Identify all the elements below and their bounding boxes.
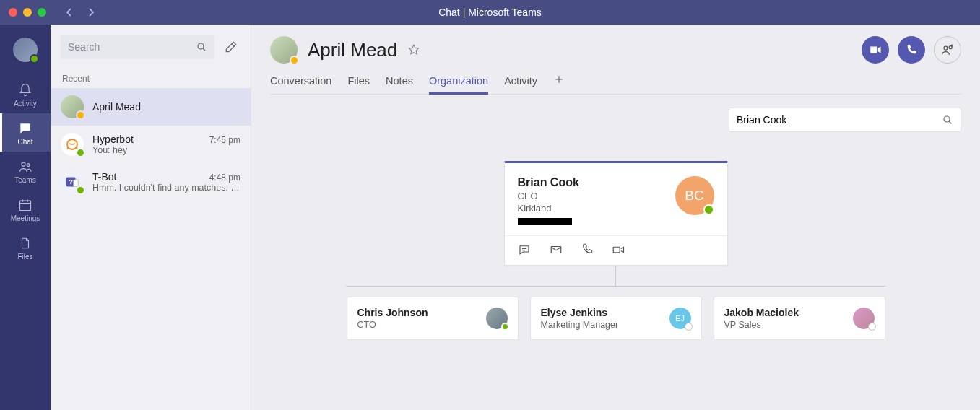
me-avatar[interactable] bbox=[13, 38, 38, 62]
rail-activity-label: Activity bbox=[14, 100, 37, 108]
redacted-field bbox=[518, 218, 572, 225]
chat-search-input[interactable] bbox=[68, 41, 196, 53]
chat-title: April Mead bbox=[308, 39, 397, 61]
rail-teams-label: Teams bbox=[14, 176, 35, 184]
avatar: ? bbox=[61, 170, 84, 193]
manager-avatar: BC bbox=[675, 176, 714, 215]
org-connector bbox=[615, 266, 616, 286]
svg-point-10 bbox=[944, 116, 950, 122]
avatar: EJ bbox=[669, 308, 691, 329]
avatar-initials: EJ bbox=[675, 314, 685, 323]
manager-initials: BC bbox=[685, 188, 703, 204]
report-card-jakob-maciolek[interactable]: Jakob Maciolek VP Sales bbox=[714, 297, 885, 340]
avatar bbox=[486, 308, 508, 329]
titlebar: Chat | Microsoft Teams bbox=[0, 0, 980, 25]
chat-header-avatar bbox=[270, 36, 298, 64]
rail-meetings[interactable]: Meetings bbox=[0, 190, 51, 228]
org-search[interactable] bbox=[729, 108, 961, 132]
presence-offline-icon bbox=[685, 323, 693, 331]
tab-notes[interactable]: Notes bbox=[386, 71, 413, 94]
favorite-button[interactable] bbox=[407, 43, 420, 56]
org-search-input[interactable] bbox=[737, 114, 942, 126]
search-icon bbox=[196, 41, 207, 53]
tab-organization[interactable]: Organization bbox=[429, 71, 488, 94]
rail-files[interactable]: Files bbox=[0, 228, 51, 266]
svg-rect-12 bbox=[613, 247, 620, 253]
chat-item-time: 7:45 pm bbox=[209, 135, 240, 145]
rail-files-label: Files bbox=[17, 253, 32, 261]
svg-text:?: ? bbox=[69, 178, 73, 186]
chat-item-name: April Mead bbox=[92, 101, 141, 113]
svg-point-0 bbox=[22, 162, 25, 166]
manager-role: CEO bbox=[518, 191, 579, 201]
report-name: Elyse Jenkins bbox=[541, 307, 619, 318]
avatar bbox=[61, 95, 84, 118]
window-title: Chat | Microsoft Teams bbox=[438, 6, 542, 18]
svg-point-1 bbox=[27, 164, 30, 167]
chat-icon bbox=[17, 121, 33, 136]
presence-away-icon bbox=[290, 56, 299, 65]
video-action-icon[interactable] bbox=[612, 243, 625, 256]
rail-meetings-label: Meetings bbox=[11, 214, 40, 222]
presence-available-icon bbox=[76, 186, 85, 195]
presence-available-icon bbox=[703, 204, 714, 215]
calendar-icon bbox=[17, 197, 33, 213]
manager-location: Kirkland bbox=[518, 203, 579, 214]
chatlist-section-recent: Recent bbox=[51, 66, 251, 88]
rail-chat-label: Chat bbox=[17, 138, 32, 146]
manager-card[interactable]: Brian Cook CEO Kirkland BC bbox=[504, 161, 728, 266]
chat-item-tbot[interactable]: ? T-Bot 4:48 pm Hmm. I couldn't find any… bbox=[51, 163, 251, 201]
presence-available-icon bbox=[30, 54, 39, 64]
add-people-button[interactable] bbox=[934, 36, 961, 64]
window-zoom-button[interactable] bbox=[38, 8, 46, 17]
rail-activity[interactable]: Activity bbox=[0, 75, 51, 113]
chat-search[interactable] bbox=[61, 35, 214, 59]
chat-item-hyperbot[interactable]: Hyperbot 7:45 pm You: hey bbox=[51, 126, 251, 163]
chat-action-icon[interactable] bbox=[518, 243, 531, 256]
report-role: Marketing Manager bbox=[541, 320, 619, 330]
chat-item-time: 4:48 pm bbox=[209, 173, 240, 183]
main-content: April Mead bbox=[251, 25, 980, 410]
window-minimize-button[interactable] bbox=[23, 8, 32, 17]
avatar bbox=[61, 133, 84, 156]
svg-point-3 bbox=[198, 43, 204, 49]
report-role: CTO bbox=[357, 320, 428, 330]
svg-rect-2 bbox=[20, 201, 31, 210]
report-name: Chris Johnson bbox=[357, 307, 428, 318]
avatar bbox=[853, 308, 875, 329]
manager-name: Brian Cook bbox=[518, 176, 579, 189]
nav-back-button[interactable] bbox=[64, 6, 75, 18]
call-action-icon[interactable] bbox=[581, 243, 593, 256]
presence-away-icon bbox=[76, 110, 85, 120]
mail-action-icon[interactable] bbox=[550, 243, 563, 256]
chat-item-preview: Hmm. I couldn't find any matches. C… bbox=[92, 183, 240, 193]
compose-button[interactable] bbox=[222, 38, 240, 56]
tab-files[interactable]: Files bbox=[347, 71, 370, 94]
report-name: Jakob Maciolek bbox=[724, 307, 799, 318]
svg-rect-11 bbox=[551, 247, 561, 253]
svg-point-8 bbox=[944, 46, 948, 50]
audio-call-button[interactable] bbox=[898, 36, 925, 64]
org-divider bbox=[346, 286, 885, 287]
tab-conversation[interactable]: Conversation bbox=[270, 71, 331, 94]
teams-icon bbox=[17, 159, 33, 175]
presence-available-icon bbox=[501, 323, 509, 331]
chat-item-name: Hyperbot bbox=[92, 134, 134, 145]
rail-chat[interactable]: Chat bbox=[0, 113, 51, 152]
rail-teams[interactable]: Teams bbox=[0, 152, 51, 190]
chat-item-april-mead[interactable]: April Mead bbox=[51, 88, 251, 126]
presence-offline-icon bbox=[868, 323, 876, 331]
window-close-button[interactable] bbox=[9, 8, 17, 17]
report-card-elyse-jenkins[interactable]: Elyse Jenkins Marketing Manager EJ bbox=[530, 297, 702, 340]
nav-forward-button[interactable] bbox=[85, 6, 97, 18]
video-call-button[interactable] bbox=[862, 36, 889, 64]
tab-activity[interactable]: Activity bbox=[504, 71, 537, 94]
report-card-chris-johnson[interactable]: Chris Johnson CTO bbox=[347, 297, 519, 340]
app-rail: Activity Chat Teams Meetings Files bbox=[0, 25, 51, 410]
bell-icon bbox=[17, 82, 33, 98]
presence-available-icon bbox=[76, 148, 85, 157]
search-icon bbox=[942, 114, 953, 126]
chat-item-name: T-Bot bbox=[92, 171, 116, 183]
add-tab-button[interactable] bbox=[553, 74, 565, 91]
report-role: VP Sales bbox=[724, 320, 799, 330]
